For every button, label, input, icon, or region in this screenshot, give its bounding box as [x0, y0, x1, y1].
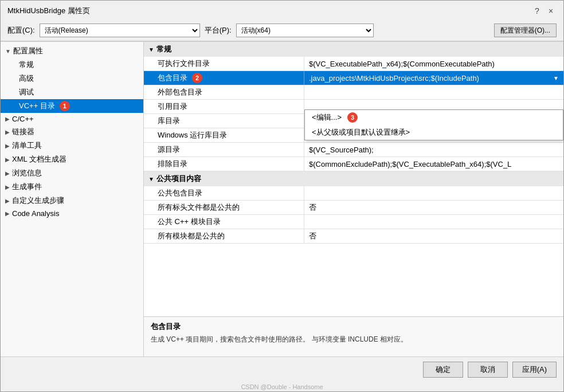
prop-value-exe-dir[interactable]: $(VC_ExecutablePath_x64);$(CommonExecuta… [304, 57, 563, 70]
left-panel: ▼ 配置属性 常规 高级 调试 VC++ 目录 1 ▶ C/C++ ▶ [1, 42, 144, 356]
section-label: 常规 [156, 44, 171, 54]
main-content: ▼ 配置属性 常规 高级 调试 VC++ 目录 1 ▶ C/C++ ▶ [1, 41, 563, 356]
tree-item-label: C/C++ [12, 115, 34, 123]
ok-button[interactable]: 确定 [423, 362, 463, 378]
tree-item-label: 调试 [19, 87, 34, 97]
config-select[interactable]: 活动(Release) [40, 23, 200, 37]
section-public-items: ▼ 公共项目内容 [144, 171, 563, 186]
tree-item-label: 清单工具 [12, 140, 42, 151]
tree-item-cpp[interactable]: ▶ C/C++ [1, 113, 143, 125]
prop-exclude-dir: 排除目录 $(CommonExcludePath);$(VC_Executabl… [144, 157, 563, 171]
prop-name-src-dir: 源目录 [144, 143, 304, 156]
prop-name-all-modules-public: 所有模块都是公共的 [144, 229, 304, 243]
tree-item-xml-gen[interactable]: ▶ XML 文档生成器 [1, 152, 143, 166]
config-bar: 配置(C): 活动(Release) 平台(P): 活动(x64) 配置管理器(… [1, 20, 563, 41]
title-bar: MtkHidUsbBridge 属性页 ? × [1, 1, 563, 20]
dropdown-item-inherit[interactable]: <从父级或项目默认设置继承> [305, 125, 563, 140]
platform-label: 平台(P): [205, 25, 232, 36]
tree-item-label: 链接器 [12, 127, 34, 137]
tree-item-browse-info[interactable]: ▶ 浏览信息 [1, 166, 143, 180]
info-bar-title: 包含目录 [151, 322, 557, 332]
dialog-title: MtkHidUsbBridge 属性页 [7, 6, 90, 16]
tree-item-linker[interactable]: ▶ 链接器 [1, 125, 143, 139]
prop-value-pub-cpp-modules[interactable] [304, 215, 563, 229]
prop-value-include-dir[interactable]: .java_projects\MtkHidUsbProject\src;$(In… [304, 71, 563, 85]
expand-arrow: ▼ [5, 48, 11, 54]
prop-name-ext-include-dir: 外部包含目录 [144, 85, 304, 99]
dropdown-popup: <编辑...> 3 <从父级或项目默认设置继承> [304, 109, 563, 140]
tree-item-general[interactable]: 常规 [1, 58, 143, 72]
tree-item-label: 浏览信息 [12, 168, 42, 178]
props-area: ▼ 常规 可执行文件目录 $(VC_ExecutablePath_x64);$(… [144, 42, 563, 316]
prop-name-ref-dir: 引用目录 [144, 100, 304, 113]
close-button[interactable]: × [545, 5, 557, 17]
prop-name-all-headers-public: 所有标头文件都是公共的 [144, 201, 304, 214]
expand-arrow: ▶ [5, 184, 10, 190]
badge-1: 1 [60, 101, 70, 111]
dropdown-item-edit[interactable]: <编辑...> 3 [305, 110, 563, 125]
prop-pub-cpp-modules: 公共 C++ 模块目录 [144, 215, 563, 229]
section-general: ▼ 常规 [144, 42, 563, 57]
section-label: 公共项目内容 [156, 174, 201, 184]
expand-arrow: ▶ [5, 210, 10, 217]
tree-item-label: Code Analysis [12, 209, 59, 218]
platform-select[interactable]: 活动(x64) [236, 23, 374, 37]
tree-item-label: 配置属性 [13, 46, 43, 56]
prop-name-exclude-dir: 排除目录 [144, 157, 304, 171]
expand-arrow: ▶ [5, 116, 10, 122]
prop-name-exe-dir: 可执行文件目录 [144, 57, 304, 70]
tree-item-build-events[interactable]: ▶ 生成事件 [1, 180, 143, 194]
cancel-button[interactable]: 取消 [468, 362, 508, 378]
prop-value-pub-include-dir[interactable] [304, 186, 563, 200]
prop-name-lib-dir: 库目录 [144, 114, 304, 128]
tree-item-advanced[interactable]: 高级 [1, 72, 143, 85]
tree-item-label: 生成事件 [12, 182, 42, 192]
section-arrow: ▼ [148, 46, 154, 53]
tree-item-label: 高级 [19, 73, 34, 84]
dialog: MtkHidUsbBridge 属性页 ? × 配置(C): 活动(Releas… [0, 0, 564, 392]
dropdown-arrow-icon: ▼ [553, 75, 559, 81]
prop-pub-include-dir: 公共包含目录 [144, 186, 563, 201]
watermark: CSDN @Double - Handsome [1, 382, 563, 391]
tree-item-manifest-tool[interactable]: ▶ 清单工具 [1, 139, 143, 152]
expand-arrow: ▶ [5, 198, 10, 204]
prop-name-include-dir: 包含目录 2 [144, 71, 304, 85]
prop-value-exclude-dir[interactable]: $(CommonExcludePath);$(VC_ExecutablePath… [304, 157, 563, 171]
info-bar-desc: 生成 VC++ 项目期间，搜索包含文件时使用的路径。 与环境变量 INCLUDE… [151, 334, 557, 344]
prop-value-all-headers-public[interactable]: 否 [304, 201, 563, 214]
prop-name-win-lib-dir: Windows 运行库目录 [144, 128, 304, 142]
tree-item-code-analysis[interactable]: ▶ Code Analysis [1, 207, 143, 219]
title-controls: ? × [531, 5, 557, 17]
prop-value-ext-include-dir[interactable] [304, 85, 563, 99]
expand-arrow: ▶ [5, 143, 10, 149]
prop-value-all-modules-public[interactable]: 否 [304, 229, 563, 243]
tree-item-config-props[interactable]: ▼ 配置属性 [1, 44, 143, 58]
tree-item-debug[interactable]: 调试 [1, 85, 143, 99]
bottom-bar: 确定 取消 应用(A) [1, 356, 563, 382]
expand-arrow: ▶ [5, 170, 10, 177]
prop-ext-include-dir: 外部包含目录 [144, 85, 563, 100]
prop-name-pub-cpp-modules: 公共 C++ 模块目录 [144, 215, 304, 229]
tree-item-label: VC++ 目录 [19, 101, 55, 111]
prop-exe-dir: 可执行文件目录 $(VC_ExecutablePath_x64);$(Commo… [144, 57, 563, 71]
right-panel: ▼ 常规 可执行文件目录 $(VC_ExecutablePath_x64);$(… [144, 42, 563, 356]
prop-src-dir: 源目录 $(VC_SourcePath); [144, 143, 563, 157]
badge-2: 2 [192, 73, 202, 83]
prop-value-src-dir[interactable]: $(VC_SourcePath); [304, 143, 563, 156]
tree-item-vcpp-dirs[interactable]: VC++ 目录 1 [1, 99, 143, 113]
prop-include-dir[interactable]: 包含目录 2 .java_projects\MtkHidUsbProject\s… [144, 71, 563, 85]
expand-arrow: ▶ [5, 129, 10, 135]
prop-name-pub-include-dir: 公共包含目录 [144, 186, 304, 200]
badge-3: 3 [347, 112, 358, 123]
config-manager-button[interactable]: 配置管理器(O)... [494, 23, 557, 37]
expand-arrow: ▶ [5, 156, 10, 163]
tree-item-label: 自定义生成步骤 [12, 195, 64, 206]
prop-all-modules-public: 所有模块都是公共的 否 [144, 229, 563, 244]
tree-item-label: 常规 [19, 60, 34, 70]
tree-item-custom-build[interactable]: ▶ 自定义生成步骤 [1, 194, 143, 207]
help-button[interactable]: ? [531, 5, 543, 17]
apply-button[interactable]: 应用(A) [512, 362, 557, 378]
config-label: 配置(C): [7, 25, 35, 36]
section-arrow: ▼ [148, 176, 154, 182]
prop-all-headers-public: 所有标头文件都是公共的 否 [144, 201, 563, 215]
